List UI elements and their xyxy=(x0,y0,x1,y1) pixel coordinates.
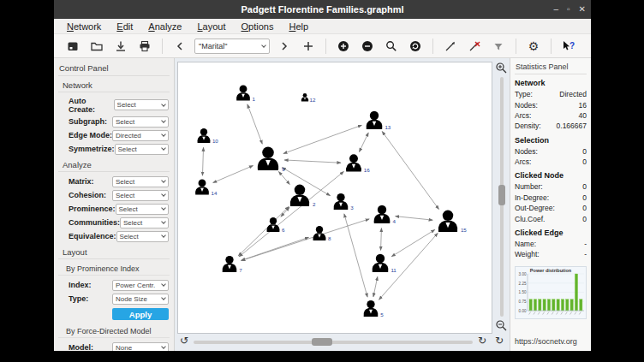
auto-create-select[interactable]: Select xyxy=(114,99,169,110)
equivalence-label: Equivalence: xyxy=(69,232,116,240)
graph-node-10[interactable]: 10 xyxy=(198,128,219,144)
chevron-right-icon xyxy=(279,41,289,51)
graph-edge-2-9[interactable] xyxy=(278,171,289,184)
whats-this-button[interactable]: ? xyxy=(558,37,579,56)
index-select[interactable]: Power Centr. xyxy=(112,280,169,291)
graph-edge-13-15[interactable] xyxy=(382,132,438,210)
graph-edge-5-15[interactable] xyxy=(379,233,438,300)
subgraph-label: Subgraph: xyxy=(69,117,107,126)
graph-edge-3-9[interactable] xyxy=(282,168,330,196)
graph-node-11[interactable]: 11 xyxy=(373,254,397,274)
graph-edge-3-5[interactable] xyxy=(344,214,367,297)
symmetrize-select[interactable]: Select xyxy=(115,144,169,155)
type-select[interactable]: Node Size xyxy=(112,294,169,305)
close-button[interactable]: ✕ xyxy=(579,5,586,14)
graph-node-12[interactable]: 12 xyxy=(301,93,316,103)
graph-edge-13-16[interactable] xyxy=(359,133,368,151)
graph-node-13[interactable]: 13 xyxy=(367,111,391,131)
graph-edge-7-8[interactable] xyxy=(242,237,309,260)
remove-node-button[interactable] xyxy=(357,37,378,56)
menu-network[interactable]: Network xyxy=(59,21,109,32)
zoom-slider-handle[interactable] xyxy=(498,185,505,205)
rotate-slider-handle[interactable] xyxy=(312,338,332,346)
graph-node-7[interactable]: 7 xyxy=(223,256,243,273)
row-symmetrize: Symmetrize:Select xyxy=(58,142,170,156)
group-title-layout: Layout xyxy=(58,245,170,259)
graph-node-6[interactable]: 6 xyxy=(267,217,285,233)
menu-help[interactable]: Help xyxy=(281,21,316,32)
equivalence-select[interactable]: Select xyxy=(116,231,169,242)
add-node-button[interactable] xyxy=(333,37,354,56)
window-title: Padgett Florentine Families.graphml xyxy=(241,4,403,15)
menu-analyze[interactable]: Analyze xyxy=(140,21,189,32)
graph-edge-7-16[interactable] xyxy=(239,171,343,256)
add-edge-button[interactable] xyxy=(440,37,461,56)
stats-section-clicked-edge: Clicked Edge xyxy=(515,228,587,237)
graph-node-15[interactable]: 15 xyxy=(438,211,468,234)
graph-edge-2-6[interactable] xyxy=(281,207,289,217)
menu-edit[interactable]: Edit xyxy=(109,21,140,32)
filter-edges-button[interactable] xyxy=(488,37,509,56)
graph-node-3[interactable]: 3 xyxy=(334,193,355,211)
node-label: 12 xyxy=(310,97,316,103)
node-menu-button[interactable] xyxy=(405,37,426,56)
graph-edge-4-11[interactable] xyxy=(381,228,382,251)
graph-canvas[interactable]: 12345678910111213141516 xyxy=(177,62,492,334)
graph-edge-9-14[interactable] xyxy=(213,166,253,183)
rotate-right-icon[interactable]: ↻ xyxy=(478,335,486,347)
control-panel: Control Panel NetworkAuto Create:SelectS… xyxy=(54,58,175,351)
cohesion-select[interactable]: Select xyxy=(112,190,169,201)
stat-label: Type: xyxy=(515,90,533,98)
graph-node-2[interactable]: 2 xyxy=(290,185,316,208)
menu-layout[interactable]: Layout xyxy=(189,21,233,32)
minimize-button[interactable]: – xyxy=(554,5,559,14)
reset-view-icon[interactable]: ↻ xyxy=(495,335,504,347)
new-network-button[interactable] xyxy=(63,37,83,56)
graph-edge-9-13[interactable] xyxy=(283,125,361,153)
print-network-button[interactable] xyxy=(134,37,155,56)
maximize-button[interactable]: ▫ xyxy=(567,5,570,14)
graph-node-1[interactable]: 1 xyxy=(236,85,256,101)
by-prominence-index-apply-button[interactable]: Apply xyxy=(112,308,169,320)
graph-node-8[interactable]: 8 xyxy=(313,226,331,241)
graph-node-14[interactable]: 14 xyxy=(195,179,218,195)
node-label: 15 xyxy=(461,227,467,233)
add-relation-button[interactable] xyxy=(298,37,319,56)
socnetv-link[interactable]: https://socnetv.org xyxy=(515,337,577,346)
rotate-left-icon[interactable]: ↺ xyxy=(180,335,188,347)
save-network-button[interactable] xyxy=(110,37,131,56)
graph-edge-10-14[interactable] xyxy=(202,147,203,175)
graph-edge-1-9[interactable] xyxy=(247,104,262,144)
graph-edge-5-11[interactable] xyxy=(373,276,378,297)
chevron-down-icon xyxy=(161,145,166,151)
chevron-down-icon xyxy=(161,295,166,300)
graph-edge-9-16[interactable] xyxy=(284,160,341,163)
subgraph-select[interactable]: Select xyxy=(112,116,169,128)
graph-edge-11-15[interactable] xyxy=(391,229,435,256)
matrix-select[interactable]: Select xyxy=(112,176,169,187)
graph-edge-4-15[interactable] xyxy=(396,217,433,221)
settings-button[interactable]: ⚙ xyxy=(523,37,544,56)
model-select[interactable]: None xyxy=(112,342,169,352)
rotate-slider-track[interactable] xyxy=(194,341,473,344)
menu-options[interactable]: Options xyxy=(234,21,282,32)
communities-select[interactable]: Select xyxy=(120,217,169,228)
zoom-out-icon[interactable] xyxy=(495,319,508,332)
graph-node-4[interactable]: 4 xyxy=(374,205,397,225)
remove-edge-button[interactable] xyxy=(464,37,485,56)
graph-edge-4-7[interactable] xyxy=(242,219,369,261)
graph-node-5[interactable]: 5 xyxy=(364,300,385,317)
relation-combo[interactable]: "Marital" xyxy=(194,39,270,54)
previous-relation-button[interactable] xyxy=(170,37,190,56)
find-node-button[interactable] xyxy=(381,37,402,56)
node-label: 2 xyxy=(313,201,316,207)
edge-mode-select[interactable]: Directed xyxy=(112,130,169,141)
next-relation-button[interactable] xyxy=(274,37,295,56)
prominence-select[interactable]: Select xyxy=(116,204,169,215)
add-node-icon xyxy=(337,39,350,53)
zoom-in-icon[interactable] xyxy=(495,62,508,74)
node-label: 3 xyxy=(350,205,354,211)
open-network-button[interactable] xyxy=(86,37,107,56)
graph-node-16[interactable]: 16 xyxy=(346,154,370,173)
graph-node-9[interactable]: 9 xyxy=(258,146,285,171)
